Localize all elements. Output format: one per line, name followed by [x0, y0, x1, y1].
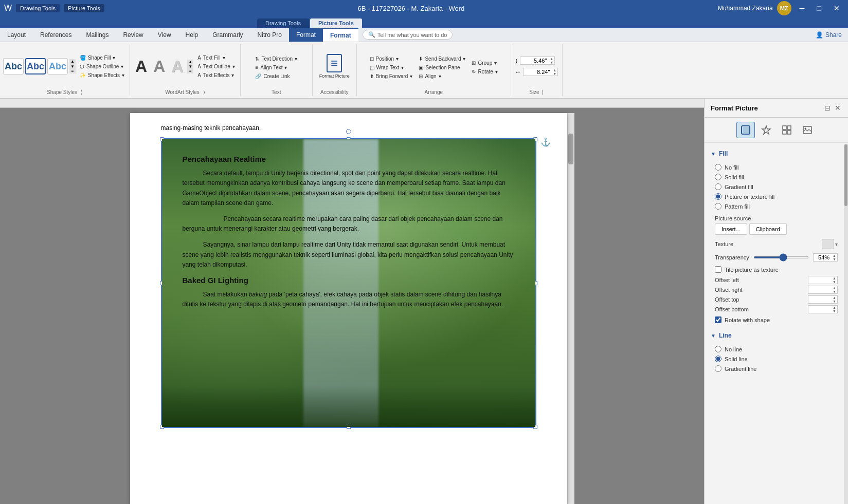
offset-top-down[interactable]: ▼: [832, 300, 837, 303]
gradient-fill-radio[interactable]: [715, 183, 721, 190]
panel-scrollbar[interactable]: [844, 144, 848, 504]
outline-dropdown-icon[interactable]: ▾: [121, 64, 123, 69]
picture-tools-tab[interactable]: Picture Tools: [310, 18, 362, 28]
panel-scrollbar-thumb[interactable]: [844, 144, 847, 206]
rotate-checkbox[interactable]: [715, 316, 721, 323]
tab-format-drawing[interactable]: Format: [289, 28, 323, 42]
selection-pane-btn[interactable]: ▣ Selection Pane: [417, 64, 467, 71]
offset-top-input[interactable]: 0%: [808, 296, 832, 303]
create-link-btn[interactable]: 🔗 Create Link: [253, 72, 299, 80]
picture-texture-fill-radio[interactable]: [715, 193, 721, 200]
height-input[interactable]: [520, 57, 549, 64]
panel-icon-layout[interactable]: [778, 122, 796, 138]
wordart-up[interactable]: ▲: [187, 60, 193, 64]
transparency-slider[interactable]: [753, 256, 809, 258]
text-outline-dropdown[interactable]: ▾: [232, 64, 235, 69]
close-button[interactable]: ✕: [829, 3, 844, 13]
align-text-dropdown[interactable]: ▾: [284, 65, 287, 70]
tab-layout[interactable]: Layout: [0, 28, 33, 42]
wrap-text-dropdown[interactable]: ▾: [401, 65, 404, 70]
wordart-more[interactable]: ≡: [187, 69, 193, 73]
solid-fill-radio[interactable]: [715, 174, 721, 180]
wordart-expand-icon[interactable]: ⟩: [203, 89, 205, 95]
wordart-a2[interactable]: A: [151, 57, 167, 76]
trans-up[interactable]: ▲: [832, 254, 837, 257]
shape-styles-expand-icon[interactable]: ⟩: [81, 89, 83, 95]
height-up[interactable]: ▲: [549, 57, 554, 61]
pattern-fill-radio[interactable]: [715, 203, 721, 210]
width-down[interactable]: ▼: [552, 72, 557, 76]
handle-rotate[interactable]: [346, 129, 351, 134]
no-line-radio[interactable]: [715, 346, 721, 352]
trans-down[interactable]: ▼: [832, 257, 837, 261]
drawing-tools-tab[interactable]: Drawing Tools: [257, 18, 309, 28]
no-line-option[interactable]: No line: [715, 344, 838, 354]
height-down[interactable]: ▼: [549, 61, 554, 64]
alt-text-btn[interactable]: ≡ Format Picture: [316, 49, 353, 83]
shape-outline-btn[interactable]: ⬡ Shape Outline ▾: [78, 63, 127, 70]
offset-bottom-down[interactable]: ▼: [832, 309, 837, 313]
align-text-btn[interactable]: ≡ Align Text ▾: [253, 64, 299, 71]
solid-fill-option[interactable]: Solid fill: [715, 172, 838, 182]
wordart-a3[interactable]: A: [169, 57, 185, 76]
transparency-value[interactable]: 54%: [814, 254, 832, 261]
solid-line-option[interactable]: Solid line: [715, 354, 838, 364]
text-effects-btn[interactable]: A Text Effects ▾: [195, 71, 237, 79]
tile-checkbox-option[interactable]: Tile picture as texture: [715, 265, 838, 274]
panel-icon-fill-line[interactable]: [736, 122, 755, 138]
tab-format-picture[interactable]: Format: [323, 28, 358, 42]
pattern-fill-option[interactable]: Pattern fill: [715, 201, 838, 211]
tab-nitro[interactable]: Nitro Pro: [250, 28, 289, 42]
panel-icon-picture[interactable]: [798, 122, 817, 138]
tab-references[interactable]: References: [33, 28, 79, 42]
text-fill-dropdown[interactable]: ▾: [223, 55, 225, 61]
rotate-dropdown[interactable]: ▾: [495, 69, 498, 74]
offset-right-input[interactable]: 0%: [808, 286, 832, 293]
tab-view[interactable]: View: [151, 28, 178, 42]
gradient-fill-option[interactable]: Gradient fill: [715, 182, 838, 192]
bring-forward-btn[interactable]: ⬆ Bring Forward ▾: [368, 72, 415, 80]
panel-close-button[interactable]: ✕: [834, 103, 842, 113]
doc-content[interactable]: masing-masing teknik pencahayaan. ⚓: [0, 108, 704, 504]
scrollbar-thumb[interactable]: [568, 134, 573, 164]
search-box[interactable]: 🔍 Tell me what you want to do: [363, 30, 453, 40]
shape-style-1[interactable]: Abc: [3, 58, 24, 74]
tab-mailings[interactable]: Mailings: [79, 28, 116, 42]
align-dropdown[interactable]: ▾: [439, 73, 441, 79]
tab-grammarly[interactable]: Grammarly: [205, 28, 250, 42]
width-input[interactable]: [524, 68, 552, 76]
text-direction-dropdown[interactable]: ▾: [295, 56, 297, 62]
text-outline-btn[interactable]: A Text Outline ▾: [195, 63, 237, 70]
group-dropdown[interactable]: ▾: [494, 60, 497, 66]
offset-bottom-input[interactable]: 0%: [808, 306, 832, 313]
doc-scrollbar[interactable]: [567, 113, 574, 504]
gradient-line-radio[interactable]: [715, 365, 721, 372]
style-more[interactable]: ≡: [69, 69, 76, 73]
insert-button[interactable]: Insert...: [715, 223, 747, 235]
panel-icon-effects[interactable]: [757, 122, 775, 138]
minimize-button[interactable]: ─: [796, 3, 809, 13]
width-up[interactable]: ▲: [552, 68, 557, 72]
tab-review[interactable]: Review: [116, 28, 150, 42]
offset-top-up[interactable]: ▲: [832, 296, 837, 300]
rotate-btn[interactable]: ↻ Rotate ▾: [470, 68, 499, 76]
maximize-button[interactable]: □: [813, 3, 825, 13]
shape-effects-dropdown-icon[interactable]: ▾: [122, 72, 124, 78]
wordart-down[interactable]: ▼: [187, 64, 193, 69]
panel-collapse-button[interactable]: ⊟: [823, 103, 832, 113]
share-button[interactable]: 👤 Share: [809, 30, 848, 40]
offset-left-up[interactable]: ▲: [832, 276, 837, 280]
tile-checkbox[interactable]: [715, 266, 721, 273]
offset-left-input[interactable]: 0%: [808, 276, 832, 284]
text-fill-btn[interactable]: A Text Fill ▾: [195, 54, 237, 62]
texture-preview[interactable]: [822, 239, 834, 249]
clipboard-button[interactable]: Clipboard: [749, 223, 787, 235]
offset-bottom-up[interactable]: ▲: [832, 306, 837, 309]
shape-fill-btn[interactable]: 🪣 Shape Fill ▾: [78, 54, 127, 62]
wrap-text-btn[interactable]: ⬚ Wrap Text ▾: [368, 64, 415, 71]
fill-dropdown-icon[interactable]: ▾: [113, 55, 115, 61]
line-section-header[interactable]: ▼ Line: [705, 329, 848, 342]
group-btn[interactable]: ⊞ Group ▾: [470, 59, 499, 67]
style-up[interactable]: ▲: [69, 59, 76, 64]
shape-style-3[interactable]: Abc: [47, 58, 68, 74]
